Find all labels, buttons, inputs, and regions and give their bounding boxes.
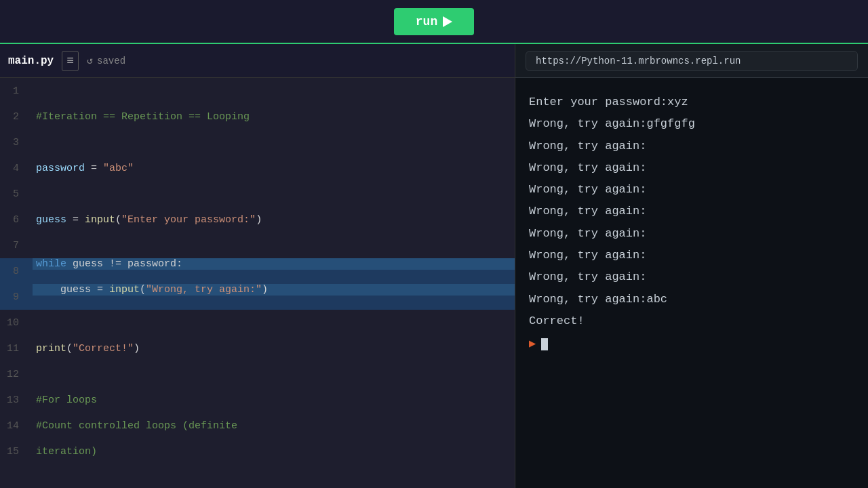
token: #Count controlled loops (definite: [36, 420, 237, 432]
code-line-13: 13#For loops: [0, 387, 515, 413]
line-code-7[interactable]: [33, 232, 515, 258]
line-number-15: 15: [0, 439, 33, 464]
url-input[interactable]: [526, 51, 858, 71]
code-line-3: 3: [0, 129, 515, 155]
console-line: Wrong, try again:: [529, 245, 854, 266]
tab-menu-icon[interactable]: ≡: [62, 51, 79, 71]
line-code-10[interactable]: [33, 310, 515, 336]
line-code-15[interactable]: iteration): [33, 439, 515, 464]
console-cursor: [541, 338, 548, 350]
token: "abc": [103, 163, 134, 174]
code-line-1: 1: [0, 78, 515, 104]
token: (: [115, 214, 121, 226]
line-number-6: 6: [0, 207, 33, 232]
console-line: Wrong, try again:: [529, 201, 854, 222]
line-number-12: 12: [0, 361, 33, 387]
line-number-10: 10: [0, 310, 33, 336]
undo-icon: ↺: [87, 54, 93, 67]
token: #Iteration == Repetition == Looping: [36, 111, 250, 123]
code-line-10: 10: [0, 310, 515, 336]
console-line: Wrong, try again:gfgfgfg: [529, 113, 854, 135]
code-line-15: 15iteration): [0, 439, 515, 464]
token: guess: [36, 214, 66, 226]
line-code-5[interactable]: [33, 181, 515, 207]
editor-panel: main.py ≡ ↺ saved 12#Iteration == Repeti…: [0, 44, 515, 488]
saved-indicator: ↺ saved: [87, 54, 125, 67]
console-line: Wrong, try again:: [529, 157, 854, 179]
editor-tabs: main.py ≡ ↺ saved: [0, 44, 515, 78]
console-line: Correct!: [529, 310, 854, 332]
line-number-7: 7: [0, 232, 33, 258]
line-number-1: 1: [0, 78, 33, 104]
run-button[interactable]: run: [394, 8, 474, 35]
line-number-5: 5: [0, 181, 33, 207]
code-line-12: 12: [0, 361, 515, 387]
token: "Wrong, try again:": [146, 284, 262, 296]
line-number-2: 2: [0, 104, 33, 129]
code-area[interactable]: 12#Iteration == Repetition == Looping34p…: [0, 78, 515, 488]
line-code-11[interactable]: print("Correct!"): [33, 336, 515, 361]
line-code-8[interactable]: while guess != password:: [33, 258, 515, 270]
console-panel: Enter your password:xyzWrong, try again:…: [515, 44, 868, 488]
code-line-11: 11print("Correct!"): [0, 336, 515, 361]
line-code-4[interactable]: password = "abc": [33, 155, 515, 181]
console-line: Wrong, try again:: [529, 266, 854, 288]
line-number-8: 8: [0, 258, 33, 284]
saved-label: saved: [97, 56, 125, 66]
run-label: run: [416, 15, 437, 28]
code-line-8: 8while guess != password:: [0, 258, 515, 284]
token: iteration): [36, 446, 97, 458]
line-code-2[interactable]: #Iteration == Repetition == Looping: [33, 104, 515, 129]
token: ): [256, 214, 262, 226]
line-code-14[interactable]: #Count controlled loops (definite: [33, 413, 515, 439]
line-number-13: 13: [0, 387, 33, 413]
console-output: Enter your password:xyzWrong, try again:…: [515, 78, 868, 488]
code-line-2: 2#Iteration == Repetition == Looping: [0, 104, 515, 129]
line-number-11: 11: [0, 336, 33, 361]
code-line-7: 7: [0, 232, 515, 258]
console-prompt-symbol: ▶: [529, 333, 536, 355]
line-code-13[interactable]: #For loops: [33, 387, 515, 413]
token: while: [36, 258, 66, 270]
top-bar: run: [0, 0, 868, 44]
line-number-9: 9: [0, 284, 33, 310]
token: guess != password:: [66, 258, 182, 270]
play-icon: [443, 16, 452, 27]
console-line: Wrong, try again:: [529, 136, 854, 157]
tab-filename[interactable]: main.py: [8, 55, 54, 67]
main-content: main.py ≡ ↺ saved 12#Iteration == Repeti…: [0, 44, 868, 488]
token: "Correct!": [73, 343, 134, 354]
token: input: [109, 284, 140, 296]
token: #For loops: [36, 394, 97, 406]
line-number-3: 3: [0, 129, 33, 155]
code-line-14: 14#Count controlled loops (definite: [0, 413, 515, 439]
console-line: Wrong, try again:: [529, 223, 854, 245]
code-line-5: 5: [0, 181, 515, 207]
token: ): [262, 284, 268, 296]
console-line: Enter your password:xyz: [529, 92, 854, 113]
token: (: [66, 343, 73, 354]
line-code-12[interactable]: [33, 361, 515, 387]
code-line-4: 4password = "abc": [0, 155, 515, 181]
line-code-6[interactable]: guess = input("Enter your password:"): [33, 207, 515, 232]
line-code-1[interactable]: [33, 78, 515, 104]
code-line-6: 6guess = input("Enter your password:"): [0, 207, 515, 232]
console-url-bar: [515, 44, 868, 78]
token: =: [66, 214, 85, 226]
console-line: Wrong, try again:abc: [529, 289, 854, 310]
token: print: [36, 343, 66, 354]
token: guess =: [36, 284, 109, 296]
line-number-4: 4: [0, 155, 33, 181]
token: (: [140, 284, 146, 296]
token: =: [85, 163, 103, 174]
token: password: [36, 163, 85, 174]
console-line: Wrong, try again:: [529, 179, 854, 201]
token: input: [85, 214, 115, 226]
token: "Enter your password:": [121, 214, 256, 226]
code-table: 12#Iteration == Repetition == Looping34p…: [0, 78, 515, 464]
console-prompt-line: ▶: [529, 333, 854, 355]
code-line-9: 9 guess = input("Wrong, try again:"): [0, 284, 515, 310]
line-code-3[interactable]: [33, 129, 515, 155]
token: ): [134, 343, 140, 354]
line-code-9[interactable]: guess = input("Wrong, try again:"): [33, 284, 515, 296]
